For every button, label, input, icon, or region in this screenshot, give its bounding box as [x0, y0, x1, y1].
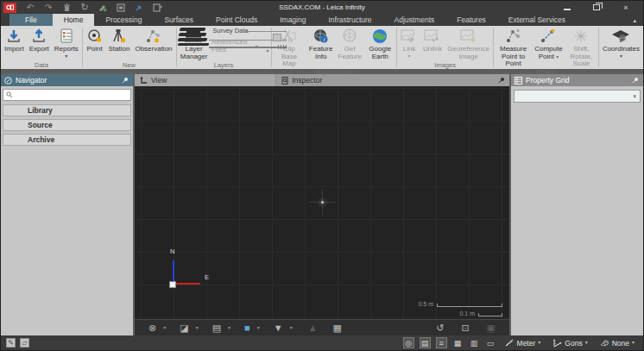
coordinates-button[interactable]: Coordinates ▾: [601, 28, 641, 59]
group-label-layers: Layers: [178, 61, 268, 69]
point-icon: [86, 28, 104, 45]
app-menu-button[interactable]: [3, 3, 16, 13]
get-feature-icon: [341, 28, 358, 45]
inspector-toggle-icon[interactable]: ▤: [420, 337, 431, 348]
property-grid-selector[interactable]: ▾: [514, 90, 641, 103]
unlink-image-button[interactable]: Unlink: [421, 28, 444, 53]
archive-box-icon[interactable]: [116, 3, 126, 13]
quick-access-toolbar: ↶ ↷ ↻: [25, 3, 162, 13]
view-3d-button[interactable]: ■: [243, 323, 252, 333]
background-mode-dropdown[interactable]: ▾: [161, 326, 167, 330]
reset-rotation-button[interactable]: ↺: [434, 323, 445, 333]
view-canvas[interactable]: N E 0.5 m 0.1 m: [135, 86, 509, 319]
restore-button[interactable]: [591, 3, 602, 12]
google-earth-button[interactable]: Google Earth: [365, 28, 395, 60]
new-station-button[interactable]: Station: [107, 28, 132, 53]
navigator-search: [3, 89, 131, 101]
ribbon-collapse-icon[interactable]: ▴: [633, 17, 636, 24]
navigator-header: Navigator: [1, 74, 133, 86]
property-grid-toggle-icon[interactable]: ≡: [436, 337, 447, 348]
navigator-toggle-icon[interactable]: ◎: [403, 337, 414, 348]
property-grid-pin-icon[interactable]: [631, 76, 640, 85]
undo-icon[interactable]: ↶: [25, 3, 35, 13]
property-grid-header: Property Grid: [511, 74, 643, 86]
view-3d-dropdown[interactable]: ▾: [256, 326, 262, 330]
shift-rotate-scale-button[interactable]: Shift, Rotate, Scale: [566, 28, 597, 68]
redo-icon[interactable]: ↷: [43, 3, 54, 13]
clip-base-map-button[interactable]: Clip Base Map: [273, 28, 305, 68]
tab-inspector[interactable]: Inspector: [275, 74, 497, 86]
pin-launch-icon[interactable]: [134, 3, 144, 13]
tab-adjustments[interactable]: Adjustments: [383, 14, 446, 26]
folder-icon[interactable]: ▭: [485, 337, 496, 348]
ribbon-group-cogo: Measure Point to Point Compute Point ▾ S…: [494, 26, 598, 69]
group-label-map-services: Map Services: [273, 68, 395, 76]
feature-info-button[interactable]: i Feature Info: [307, 28, 335, 60]
get-feature-button[interactable]: Get Feature: [337, 28, 364, 60]
tab-view[interactable]: View: [135, 74, 275, 86]
referenced-files-button[interactable]: Referenced Files ▾: [212, 38, 258, 53]
filter-button[interactable]: ▼: [272, 323, 285, 333]
tab-external-services[interactable]: External Services: [497, 14, 577, 26]
measure-point-to-point-icon: [505, 28, 522, 45]
georeference-image-button[interactable]: Georeference Image: [445, 28, 491, 60]
ribbon: Import Export Reports ▾ Data: [1, 26, 643, 72]
sheet-tool-icon[interactable]: ▱: [20, 338, 29, 348]
group-label-images: Images: [399, 61, 491, 69]
snap-button: ▣: [485, 323, 497, 333]
inspector-icon: [281, 77, 288, 85]
tab-features[interactable]: Features: [445, 14, 497, 26]
minimize-button[interactable]: [562, 3, 572, 12]
scale-bar-major: 0.5 m: [418, 301, 502, 307]
delete-icon[interactable]: [61, 3, 72, 13]
distance-unit-selector[interactable]: Meter ▾: [502, 339, 545, 348]
grid-toggle-button[interactable]: ▦: [331, 323, 344, 333]
navigator-section-archive[interactable]: Archive: [3, 134, 131, 146]
brush-icon[interactable]: [98, 3, 108, 13]
ribbon-group-coordinates: Coordinates ▾: [599, 26, 643, 69]
search-icon: [6, 91, 13, 98]
report-toggle-icon[interactable]: ▥: [469, 337, 480, 348]
tab-file[interactable]: File: [9, 14, 53, 26]
view-pin-icon[interactable]: [497, 76, 506, 85]
chevron-down-icon: ▾: [538, 341, 540, 345]
station-icon: [110, 28, 128, 45]
navigator-section-source[interactable]: Source: [3, 119, 131, 131]
zoom-extents-button[interactable]: ⊡: [459, 323, 470, 333]
navigator-section-library[interactable]: Library: [3, 104, 131, 116]
angle-unit-selector[interactable]: Gons ▾: [549, 339, 590, 348]
layers-view-dropdown[interactable]: ▾: [226, 326, 232, 330]
view-tab-strip: View Inspector: [135, 74, 509, 86]
export-window-icon[interactable]: [152, 3, 162, 13]
new-point-button[interactable]: Point: [85, 28, 105, 53]
tab-processing[interactable]: Processing: [94, 14, 153, 26]
layers-view-button[interactable]: ▤: [211, 323, 223, 333]
measure-point-to-point-button[interactable]: Measure Point to Point: [496, 28, 531, 68]
crs-selector[interactable]: None ▾: [597, 339, 638, 348]
layer-manager-button[interactable]: Layer Manager: [178, 28, 210, 60]
status-bar: ✎ ▱ ◎ ▤ ≡ ▦ ▥ ▭ Meter ▾ Gons ▾ None ▾: [1, 335, 643, 350]
filter-dropdown[interactable]: ▾: [288, 326, 294, 330]
select-tool-button[interactable]: ◪: [178, 323, 190, 333]
edit-tool-icon[interactable]: ✎: [6, 338, 16, 348]
export-button[interactable]: Export: [28, 28, 51, 53]
navigator-search-input[interactable]: [16, 91, 128, 99]
compute-point-button[interactable]: Compute Point ▾: [533, 28, 564, 60]
select-tool-dropdown[interactable]: ▾: [194, 326, 200, 330]
tab-imaging[interactable]: Imaging: [268, 14, 317, 26]
navigator-pin-icon[interactable]: [121, 76, 129, 85]
tab-point-clouds[interactable]: Point Clouds: [205, 14, 268, 26]
tab-surfaces[interactable]: Surfaces: [153, 14, 205, 26]
layers-toggle-icon[interactable]: ▦: [452, 337, 464, 348]
background-mode-button[interactable]: ⊗: [147, 323, 158, 333]
new-observation-button[interactable]: Observation: [133, 28, 174, 53]
reports-button[interactable]: Reports ▾: [53, 28, 80, 59]
link-image-icon: [401, 28, 418, 45]
refresh-icon[interactable]: ↻: [79, 3, 90, 13]
tab-infrastructure[interactable]: Infrastructure: [317, 14, 382, 26]
layers-more-button[interactable]: ▾: [267, 47, 269, 53]
link-image-button[interactable]: Link ▾: [399, 28, 420, 59]
tab-home[interactable]: Home: [53, 14, 95, 26]
close-button[interactable]: ×: [621, 3, 631, 12]
import-button[interactable]: Import: [3, 28, 26, 53]
